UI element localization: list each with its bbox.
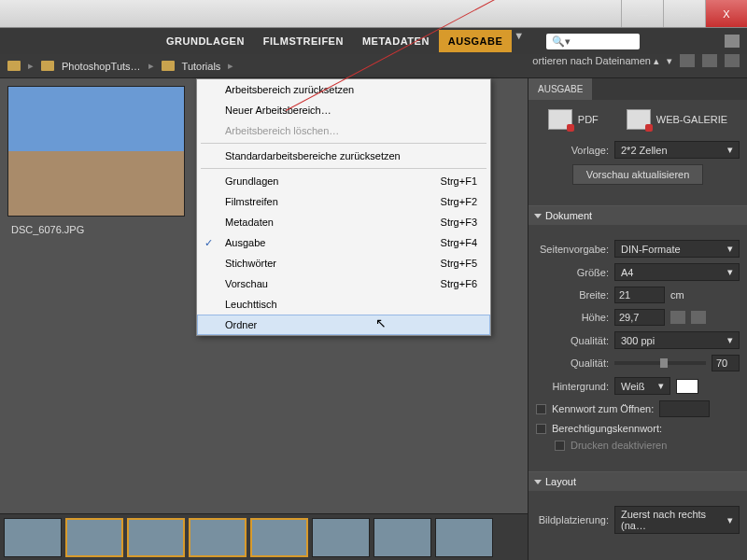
sort-arrow-icon[interactable]: ▾ — [667, 55, 672, 67]
print-icon[interactable] — [725, 35, 740, 48]
close-button[interactable]: X — [705, 0, 747, 27]
pdf-icon — [548, 109, 572, 130]
menu-item[interactable]: Ordner — [197, 315, 490, 335]
filmstrip-item[interactable] — [65, 518, 123, 557]
color-swatch[interactable] — [676, 379, 698, 394]
tab-filmstreifen[interactable]: FILMSTREIFEN — [254, 30, 353, 52]
menu-item-label: Ordner — [225, 319, 257, 330]
window-titlebar: — ▭ X — [0, 0, 747, 28]
kennwort-label: Kennwort zum Öffnen: — [552, 403, 654, 414]
vorlage-label: Vorlage: — [536, 145, 609, 156]
search-input[interactable]: 🔍▾ — [546, 34, 640, 49]
kennwort-checkbox[interactable] — [536, 404, 546, 414]
orientation-icon[interactable] — [670, 311, 685, 324]
menu-item-shortcut: Strg+F4 — [441, 237, 477, 248]
menu-item: Arbeitsbereich löschen… — [197, 120, 490, 141]
filmstrip-item[interactable] — [127, 518, 185, 557]
menu-item-shortcut: Strg+F5 — [441, 258, 477, 269]
sort-dropdown[interactable]: ortieren nach Dateinamen ▴ — [532, 55, 659, 67]
filmstrip-item[interactable] — [312, 518, 370, 557]
workspace-tabs: GRUNDLAGEN FILMSTREIFEN METADATEN AUSGAB… — [157, 30, 524, 52]
orientation-icon[interactable] — [691, 311, 706, 324]
qualitaet2-label: Qualität: — [536, 357, 609, 369]
filmstrip-item[interactable] — [374, 518, 431, 557]
filmstrip-item[interactable] — [189, 518, 247, 557]
menu-item[interactable]: Neuer Arbeitsbereich… — [197, 100, 490, 120]
menu-item-label: Standardarbeitsbereiche zurücksetzen — [225, 150, 401, 161]
filmstrip-item[interactable] — [4, 518, 62, 557]
triangle-icon — [534, 480, 542, 484]
seitenvorgabe-label: Seitenvorgabe: — [536, 244, 609, 255]
breadcrumb-item[interactable]: PhotoshopTuts… — [62, 61, 141, 72]
menu-item[interactable]: MetadatenStrg+F3 — [197, 212, 490, 232]
dokument-header[interactable]: Dokument — [529, 206, 747, 225]
menu-item[interactable]: Arbeitsbereich zurücksetzen — [197, 79, 490, 100]
output-panel: AUSGABE PDF WEB-GALERIE Vorlage: 2*2 Zel… — [528, 78, 747, 560]
menu-item[interactable]: Standardarbeitsbereiche zurücksetzen — [197, 146, 490, 166]
tab-metadaten[interactable]: METADATEN — [353, 30, 439, 52]
folder-icon — [7, 61, 21, 71]
menu-item-shortcut: Strg+F1 — [441, 175, 477, 187]
minimize-button[interactable]: — — [621, 0, 663, 27]
open-recent-icon[interactable] — [680, 54, 695, 67]
groesse-select[interactable]: A4▾ — [614, 263, 740, 281]
menu-item[interactable]: FilmstreifenStrg+F2 — [197, 191, 490, 212]
tab-grundlagen[interactable]: GRUNDLAGEN — [157, 30, 254, 52]
cursor-icon: ↖ — [375, 315, 387, 330]
trash-icon[interactable] — [725, 54, 740, 67]
menu-separator — [201, 168, 486, 169]
filmstrip-item[interactable] — [250, 518, 308, 557]
thumbnail[interactable]: DSC_6076.JPG — [7, 86, 185, 293]
kennwort-input[interactable] — [659, 400, 710, 417]
menu-item-label: Metadaten — [225, 217, 274, 228]
menu-item-label: Ausgabe — [225, 237, 265, 248]
vorlage-select[interactable]: 2*2 Zellen▾ — [614, 141, 740, 159]
menu-item-label: Arbeitsbereich zurücksetzen — [225, 84, 354, 95]
menu-item[interactable]: VorschauStrg+F6 — [197, 273, 490, 294]
folder-icon — [162, 61, 175, 71]
hoehe-input[interactable] — [614, 309, 665, 326]
seitenvorgabe-select[interactable]: DIN-Formate▾ — [614, 240, 740, 258]
drucken-checkbox[interactable] — [555, 441, 565, 451]
menu-item-label: Filmstreifen — [225, 196, 278, 207]
menu-item-label: Arbeitsbereich löschen… — [225, 125, 339, 136]
vorlage-row: Vorlage: 2*2 Zellen▾ — [536, 141, 740, 159]
menu-item[interactable]: ✓AusgabeStrg+F4 — [197, 232, 490, 253]
layout-header[interactable]: Layout — [529, 472, 747, 491]
triangle-icon — [534, 214, 542, 218]
breite-label: Breite: — [536, 289, 609, 301]
panel-tab-ausgabe[interactable]: AUSGABE — [529, 78, 592, 100]
tab-ausgabe[interactable]: AUSGABE — [439, 30, 513, 52]
menu-item[interactable]: GrundlagenStrg+F1 — [197, 171, 490, 191]
qualitaet-select[interactable]: 300 ppi▾ — [614, 331, 740, 349]
qualitaet-value-input[interactable] — [712, 355, 740, 371]
menu-item-shortcut: Strg+F2 — [441, 196, 477, 207]
filmstrip — [0, 513, 528, 560]
filmstrip-item[interactable] — [435, 518, 493, 557]
menu-item-label: Neuer Arbeitsbereich… — [225, 105, 331, 116]
bildplatzierung-select[interactable]: Zuerst nach rechts (na…▾ — [614, 506, 740, 534]
maximize-button[interactable]: ▭ — [663, 0, 705, 27]
breadcrumb-sep: ▸ — [148, 60, 154, 72]
qualitaet-label: Qualität: — [536, 335, 609, 346]
webgalerie-button[interactable]: WEB-GALERIE — [627, 109, 727, 130]
check-icon: ✓ — [204, 237, 213, 249]
menu-item-shortcut: Strg+F6 — [441, 278, 477, 289]
menu-item-label: Leuchttisch — [225, 299, 277, 310]
breite-input[interactable] — [614, 287, 665, 303]
drucken-label: Drucken deaktivieren — [571, 440, 667, 451]
qualitaet-slider[interactable] — [614, 361, 706, 365]
webgalerie-icon — [627, 109, 651, 130]
menu-item[interactable]: StichwörterStrg+F5 — [197, 253, 490, 273]
pdf-button[interactable]: PDF — [548, 109, 599, 130]
open-icon[interactable] — [702, 54, 717, 67]
webgalerie-label: WEB-GALERIE — [656, 114, 727, 125]
hintergrund-select[interactable]: Weiß▾ — [614, 377, 670, 395]
menu-item[interactable]: Leuchttisch — [197, 294, 490, 315]
berechtigung-checkbox[interactable] — [536, 424, 546, 434]
workspace-dropdown-icon[interactable]: ▼ — [514, 30, 524, 52]
breadcrumb-item[interactable]: Tutorials — [182, 61, 221, 72]
vorschau-button[interactable]: Vorschau aktualisieren — [572, 164, 704, 185]
hintergrund-label: Hintergrund: — [536, 381, 609, 392]
menu-item-label: Vorschau — [225, 278, 268, 289]
